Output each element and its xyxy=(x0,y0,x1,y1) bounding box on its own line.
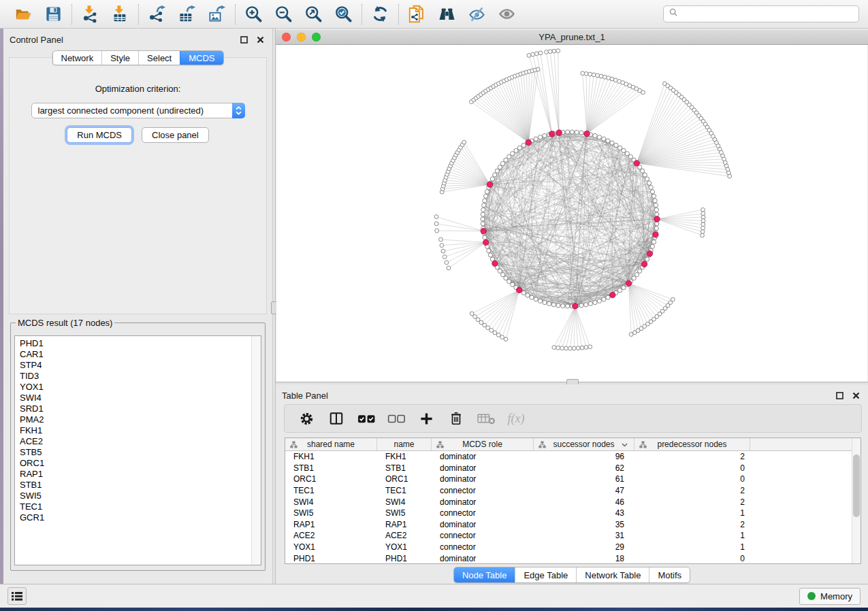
mcds-result-item[interactable]: YOX1 xyxy=(20,382,261,393)
mcds-result-item[interactable]: PMA2 xyxy=(20,414,261,425)
export-table-icon[interactable] xyxy=(178,5,196,23)
table-row[interactable]: ORC1ORC1dominator610 xyxy=(285,474,861,485)
mcds-result-item[interactable]: STB5 xyxy=(20,447,261,458)
tab-network[interactable]: Network xyxy=(52,51,101,65)
hide-graphics-details-icon[interactable] xyxy=(468,5,486,23)
split-columns-icon[interactable] xyxy=(321,411,351,426)
mcds-result-item[interactable]: SWI5 xyxy=(20,491,261,501)
gear-icon[interactable] xyxy=(291,411,321,427)
table-cell-predecessor-nodes: 1 xyxy=(634,531,750,540)
table-row[interactable]: SWI4SWI4dominator462 xyxy=(285,496,861,508)
table-cell-predecessor-nodes: 1 xyxy=(634,542,750,552)
memory-button[interactable]: Memory xyxy=(799,588,861,605)
mcds-tab-content: Optimization criterion: largest connecte… xyxy=(9,57,267,314)
zoom-selected-icon[interactable] xyxy=(334,5,353,23)
table-cell-mcds-role: connector xyxy=(432,486,534,495)
table-cell-mcds-role: dominator xyxy=(432,497,534,507)
open-folder-icon[interactable] xyxy=(14,5,33,23)
network-window-titlebar[interactable]: YPA_prune.txt_1 xyxy=(276,30,868,45)
mcds-result-item[interactable]: TID3 xyxy=(20,371,261,382)
table-scrollbar[interactable] xyxy=(852,438,861,563)
network-view[interactable] xyxy=(276,45,867,382)
mcds-result-item[interactable]: PHD1 xyxy=(20,338,261,349)
table-cell-successor-nodes: 43 xyxy=(534,508,634,518)
table-cell-shared-name: TEC1 xyxy=(285,486,377,495)
export-network-icon[interactable] xyxy=(148,5,166,23)
column-header-successor-nodes[interactable]: successor nodes xyxy=(534,438,634,450)
import-table-icon[interactable] xyxy=(111,5,129,23)
zoom-in-icon[interactable] xyxy=(244,5,263,23)
mcds-result-item[interactable]: SWI4 xyxy=(20,393,261,403)
table-row[interactable]: SWI5SWI5connector431 xyxy=(285,508,861,519)
table-row[interactable]: YOX1YOX1connector291 xyxy=(285,542,861,553)
share-document-icon[interactable] xyxy=(408,5,426,23)
table-cell-predecessor-nodes: 0 xyxy=(634,474,750,484)
float-panel-icon[interactable] xyxy=(836,392,843,399)
tab-edge-table[interactable]: Edge Table xyxy=(515,567,576,582)
column-header-shared-name[interactable]: shared name xyxy=(285,438,377,450)
tab-motifs[interactable]: Motifs xyxy=(649,567,690,582)
tab-mcds[interactable]: MCDS xyxy=(180,51,223,65)
float-panel-icon[interactable] xyxy=(240,36,248,44)
table-row[interactable]: FKH1FKH1dominator962 xyxy=(285,451,861,463)
maximize-window-icon[interactable] xyxy=(312,33,321,42)
list-scrollbar[interactable] xyxy=(251,336,261,565)
refresh-icon[interactable] xyxy=(371,5,389,23)
mcds-result-item[interactable]: ORC1 xyxy=(20,458,261,469)
zoom-out-icon[interactable] xyxy=(274,5,293,23)
table-cell-mcds-role: connector xyxy=(432,508,534,518)
mcds-result-item[interactable]: RAP1 xyxy=(20,469,261,480)
table-cell-predecessor-nodes: 2 xyxy=(634,486,750,495)
table-cell-name: ACE2 xyxy=(377,531,432,540)
deselect-all-icon[interactable] xyxy=(381,414,411,424)
mcds-result-item[interactable]: FKH1 xyxy=(20,425,261,436)
zoom-fit-icon[interactable] xyxy=(304,5,323,23)
control-panel-title: Control Panel xyxy=(10,35,63,45)
search-box[interactable] xyxy=(663,5,859,22)
export-image-icon[interactable] xyxy=(208,5,226,23)
scrollbar-thumb[interactable] xyxy=(853,455,860,517)
table-row[interactable]: PHD1PHD1dominator180 xyxy=(285,552,861,564)
mcds-result-item[interactable]: STP4 xyxy=(20,360,261,371)
show-graphics-details-icon[interactable] xyxy=(498,5,516,23)
tab-style[interactable]: Style xyxy=(101,51,138,65)
tab-network-table[interactable]: Network Table xyxy=(576,567,649,582)
import-network-icon[interactable] xyxy=(81,5,99,23)
column-label: MCDS role xyxy=(462,440,502,449)
table-row[interactable]: RAP1RAP1dominator352 xyxy=(285,519,861,531)
column-header-mcds-role[interactable]: MCDS role xyxy=(432,438,534,450)
mcds-result-item[interactable]: STB1 xyxy=(20,480,261,491)
table-cell-name: SWI5 xyxy=(377,508,432,518)
minimize-window-icon[interactable] xyxy=(297,33,306,42)
criterion-select[interactable]: largest connected component (undirected) xyxy=(31,103,245,118)
close-window-icon[interactable] xyxy=(282,33,291,42)
table-header-row: shared namenameMCDS rolesuccessor nodesp… xyxy=(285,438,861,451)
mcds-result-item[interactable]: ACE2 xyxy=(20,436,261,447)
memory-label: Memory xyxy=(820,591,852,601)
delete-icon[interactable] xyxy=(441,411,471,426)
tab-select[interactable]: Select xyxy=(138,51,180,65)
add-icon[interactable] xyxy=(411,412,441,426)
table-cell-shared-name: RAP1 xyxy=(285,520,377,529)
column-header-name[interactable]: name xyxy=(377,438,432,450)
table-row[interactable]: TEC1TEC1connector472 xyxy=(285,485,861,497)
network-graph[interactable] xyxy=(276,45,867,382)
search-input[interactable] xyxy=(682,8,854,20)
table-row[interactable]: STB1STB1dominator620 xyxy=(285,463,861,474)
tab-node-table[interactable]: Node Table xyxy=(454,567,515,582)
save-icon[interactable] xyxy=(44,5,63,23)
table-row[interactable]: ACE2ACE2connector311 xyxy=(285,530,861,542)
table-body: FKH1FKH1dominator962STB1STB1dominator620… xyxy=(285,451,861,564)
panel-list-button[interactable] xyxy=(7,587,27,605)
column-header-predecessor-nodes[interactable]: predecessor nodes xyxy=(634,438,750,450)
close-panel-icon[interactable] xyxy=(852,392,860,399)
close-panel-icon[interactable] xyxy=(257,36,264,44)
binoculars-icon[interactable] xyxy=(438,5,456,23)
mcds-result-item[interactable]: SRD1 xyxy=(20,403,261,414)
mcds-result-item[interactable]: GCR1 xyxy=(20,512,261,523)
select-all-icon[interactable] xyxy=(351,414,381,424)
close-panel-button[interactable]: Close panel xyxy=(142,127,209,143)
mcds-result-item[interactable]: CAR1 xyxy=(20,349,261,360)
run-mcds-button[interactable]: Run MCDS xyxy=(67,127,132,143)
mcds-result-item[interactable]: TEC1 xyxy=(20,501,261,512)
